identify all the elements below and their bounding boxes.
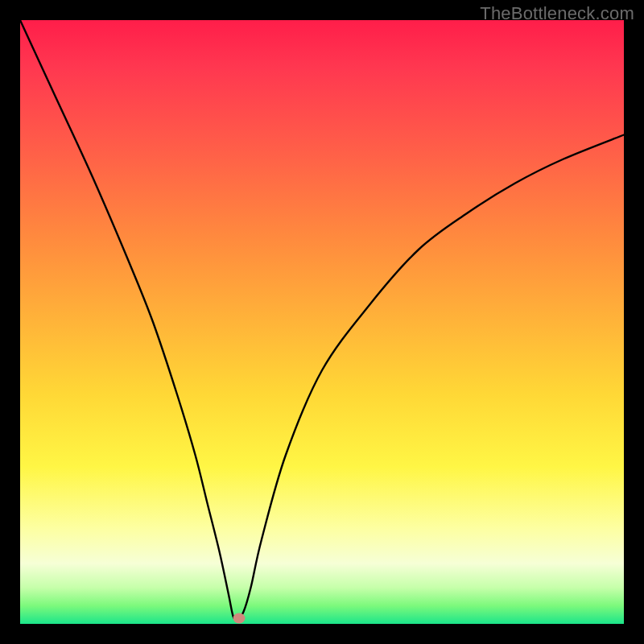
plot-area [20, 20, 624, 624]
chart-frame: TheBottleneck.com [0, 0, 644, 644]
bottleneck-curve [20, 20, 624, 620]
optimal-point-marker [233, 613, 245, 624]
curve-layer [20, 20, 624, 624]
watermark-text: TheBottleneck.com [480, 3, 634, 24]
